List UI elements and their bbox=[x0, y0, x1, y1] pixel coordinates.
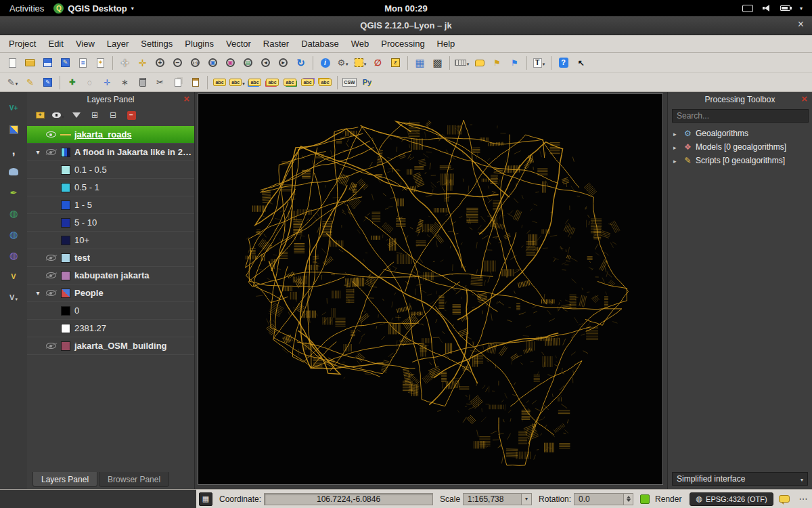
add-group-icon[interactable]: + bbox=[32, 108, 47, 122]
class-color-swatch[interactable] bbox=[61, 200, 70, 210]
layer-row-kabupaten-jakarta[interactable]: kabupaten jakarta bbox=[27, 267, 194, 284]
menu-project[interactable]: Project bbox=[3, 37, 42, 51]
expand-caret-icon[interactable] bbox=[673, 156, 680, 165]
run-feature-action-icon-dropdown[interactable] bbox=[346, 58, 348, 68]
manage-visibility-icon-dropdown[interactable] bbox=[62, 110, 64, 121]
visibility-eye-icon[interactable] bbox=[46, 131, 56, 137]
crs-status-button[interactable]: ◍ EPSG:4326 (OTF) bbox=[690, 492, 773, 506]
scale-combobox[interactable]: 1:165,738 bbox=[463, 493, 532, 505]
save-layer-edits-icon[interactable]: ✎ bbox=[39, 75, 56, 91]
coordinate-input[interactable] bbox=[264, 493, 433, 505]
rotation-spinner[interactable]: 0.0 bbox=[574, 493, 633, 505]
save-project-as-icon[interactable]: ✎ bbox=[57, 55, 74, 71]
pan-to-selection-icon[interactable]: ✛ bbox=[134, 55, 151, 71]
visibility-eye-off-icon[interactable] bbox=[46, 272, 56, 278]
class-color-swatch[interactable] bbox=[61, 183, 70, 192]
new-shapefile-layer-icon[interactable]: V bbox=[4, 268, 23, 284]
filter-legend-icon[interactable] bbox=[69, 108, 84, 122]
class-color-swatch[interactable] bbox=[61, 306, 70, 316]
activities-button[interactable]: Activities bbox=[0, 3, 53, 14]
add-layer-menu-icon[interactable]: V bbox=[4, 289, 23, 305]
expand-caret-icon[interactable] bbox=[673, 142, 680, 152]
map-canvas[interactable] bbox=[198, 94, 662, 484]
python-console-icon[interactable]: Py bbox=[359, 75, 376, 91]
tab-browser-panel[interactable]: Browser Panel bbox=[99, 472, 169, 487]
add-wcs-layer-icon[interactable]: ◍ bbox=[4, 226, 23, 242]
class-row[interactable]: 2381.27 bbox=[27, 320, 194, 337]
expand-caret-icon[interactable] bbox=[32, 289, 43, 297]
window-close-button[interactable]: × bbox=[798, 18, 804, 30]
menu-edit[interactable]: Edit bbox=[42, 37, 69, 51]
layer-type-icon[interactable] bbox=[61, 148, 70, 157]
interface-mode-select[interactable]: Simplified interface bbox=[672, 472, 808, 486]
node-tool-icon[interactable]: ∗ bbox=[116, 75, 133, 91]
layer-row-jakarta-roads[interactable]: jakarta_roads bbox=[27, 126, 194, 144]
class-row[interactable]: 0 bbox=[27, 302, 194, 320]
layer-row-flood-group[interactable]: A flood in Jakarta like in 2007 bbox=[27, 144, 194, 161]
toggle-editing-icon[interactable]: ✎ bbox=[22, 75, 39, 91]
help-contents-icon[interactable]: ? bbox=[555, 55, 572, 71]
manage-visibility-icon[interactable] bbox=[51, 108, 66, 122]
processing-item-geoalgorithms[interactable]: ⚙ Geoalgorithms bbox=[668, 127, 812, 140]
copy-features-icon[interactable] bbox=[169, 75, 186, 91]
menu-processing[interactable]: Processing bbox=[375, 37, 430, 51]
processing-panel-close-button[interactable]: × bbox=[801, 93, 807, 104]
add-wfs-layer-icon[interactable]: ◍ bbox=[4, 247, 23, 263]
show-bookmarks-icon[interactable]: ⚑ bbox=[506, 55, 523, 71]
class-row[interactable]: 1 - 5 bbox=[27, 196, 194, 214]
zoom-native-icon[interactable]: 1:1 bbox=[187, 55, 204, 71]
add-vector-layer-icon[interactable]: V+ bbox=[4, 100, 23, 117]
layer-color-swatch[interactable] bbox=[61, 341, 70, 351]
open-project-icon[interactable] bbox=[22, 55, 39, 71]
zoom-full-extent-icon[interactable]: ▣ bbox=[204, 55, 221, 71]
show-hide-labels-icon[interactable]: abc bbox=[229, 75, 246, 91]
zoom-next-icon[interactable]: ▸ bbox=[275, 55, 292, 71]
processing-search-input[interactable] bbox=[672, 109, 809, 123]
new-bookmark-icon[interactable]: ⚑ bbox=[489, 55, 505, 71]
open-attribute-table-icon[interactable]: ▦ bbox=[411, 55, 428, 71]
volume-icon[interactable] bbox=[763, 5, 771, 12]
delete-selected-icon[interactable] bbox=[134, 75, 151, 91]
log-messages-icon[interactable] bbox=[779, 495, 790, 503]
processing-item-models[interactable]: ❖ Models [0 geoalgorithms] bbox=[668, 140, 812, 154]
select-features-icon[interactable] bbox=[352, 55, 369, 71]
layer-labeling-options-icon[interactable]: abc bbox=[211, 75, 228, 91]
whats-this-icon[interactable]: ↖ bbox=[572, 55, 589, 71]
layer-row-jakarta-osm-building[interactable]: jakarta_OSM_building bbox=[27, 337, 194, 355]
zoom-to-selection-icon[interactable]: ▣ bbox=[222, 55, 239, 71]
visibility-eye-off-icon[interactable] bbox=[46, 343, 56, 349]
line-symbol-swatch[interactable] bbox=[60, 134, 71, 135]
battery-icon[interactable] bbox=[780, 5, 790, 11]
identify-features-icon[interactable]: i bbox=[317, 55, 334, 71]
add-layer-menu-icon-dropdown[interactable] bbox=[15, 293, 18, 303]
chevron-down-icon[interactable] bbox=[521, 494, 531, 505]
pan-map-icon[interactable]: ✛ bbox=[116, 55, 133, 71]
menu-settings[interactable]: Settings bbox=[135, 37, 179, 51]
layer-row-people[interactable]: People bbox=[27, 284, 194, 302]
class-row[interactable]: 0.1 - 0.5 bbox=[27, 161, 194, 179]
system-menu-caret-icon[interactable]: ▾ bbox=[800, 5, 803, 12]
visibility-eye-off-icon[interactable] bbox=[46, 290, 56, 296]
run-feature-action-icon[interactable]: ⚙ bbox=[334, 55, 351, 71]
zoom-in-icon[interactable]: + bbox=[152, 55, 168, 71]
class-row[interactable]: 5 - 10 bbox=[27, 214, 194, 232]
new-print-composer-icon[interactable]: ≣ bbox=[74, 55, 91, 71]
layers-panel-close-button[interactable]: × bbox=[183, 93, 189, 104]
expand-caret-icon[interactable] bbox=[32, 148, 43, 156]
measure-line-icon[interactable] bbox=[453, 55, 470, 71]
class-color-swatch[interactable] bbox=[61, 218, 70, 228]
class-color-swatch[interactable] bbox=[61, 165, 70, 175]
layer-color-swatch[interactable] bbox=[61, 271, 70, 280]
expand-all-icon[interactable]: ⊞ bbox=[87, 108, 102, 122]
composer-manager-icon[interactable]: ✶ bbox=[92, 55, 109, 71]
display-icon[interactable] bbox=[742, 5, 753, 12]
zoom-last-icon[interactable]: ◂ bbox=[257, 55, 274, 71]
add-postgis-layer-icon[interactable] bbox=[4, 163, 23, 179]
text-annotation-icon-dropdown[interactable] bbox=[543, 58, 545, 68]
move-feature-icon[interactable]: ✛ bbox=[99, 75, 116, 91]
menu-view[interactable]: View bbox=[70, 37, 101, 51]
zoom-to-layer-icon[interactable]: ▤ bbox=[240, 55, 256, 71]
add-spatialite-layer-icon[interactable]: ✒ bbox=[4, 184, 23, 200]
move-label-icon[interactable]: abc bbox=[281, 75, 298, 91]
select-features-icon-dropdown[interactable] bbox=[364, 58, 367, 68]
